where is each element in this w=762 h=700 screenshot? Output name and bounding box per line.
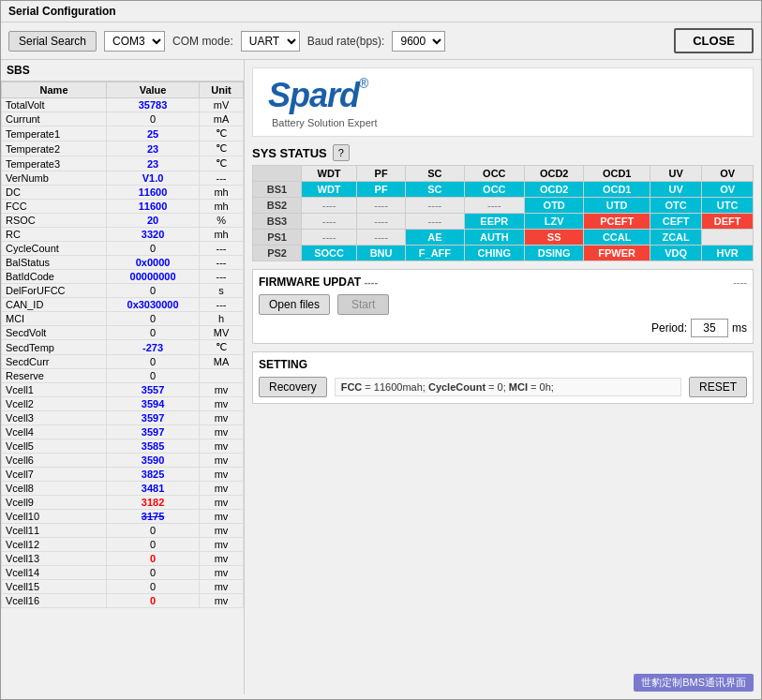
sbs-row-value: 3597 — [107, 425, 200, 439]
reset-button[interactable]: RESET — [689, 377, 747, 397]
sbs-row-name: CAN_ID — [2, 298, 107, 312]
sbs-row-unit: --- — [200, 256, 244, 270]
status-cell: AUTH — [464, 230, 524, 246]
sbs-row-name: Temperate2 — [2, 141, 107, 156]
sbs-row-unit: mv — [200, 468, 244, 482]
sbs-row-unit: ℃ — [200, 141, 244, 156]
close-button[interactable]: CLOSE — [674, 28, 754, 53]
sbs-row-value: 25 — [107, 127, 200, 141]
open-files-button[interactable]: Open files — [259, 294, 330, 315]
status-cell: ---- — [302, 214, 357, 230]
sbs-row-unit: h — [200, 312, 244, 326]
sbs-row-unit: ℃ — [200, 156, 244, 171]
status-cell: F_AFF — [406, 246, 465, 261]
sbs-row-name: DelForUFCC — [2, 284, 107, 298]
sbs-row-name: Vcell9 — [2, 496, 107, 510]
sbs-row-name: TotalVolt — [2, 98, 107, 112]
status-row-label: BS2 — [253, 198, 302, 214]
sbs-row-value: 0 — [107, 594, 200, 608]
sbs-row-value: 3557 — [107, 383, 200, 397]
status-cell: OTD — [524, 198, 583, 214]
sbs-row-value: 11600 — [107, 186, 200, 200]
sbs-table: Name Value Unit TotalVolt35783mVCurrunt0… — [1, 82, 244, 608]
status-cell: OCC — [464, 182, 524, 198]
sbs-row-unit: --- — [200, 270, 244, 284]
status-row-label: PS2 — [253, 246, 302, 261]
status-cell: ---- — [357, 198, 406, 214]
sbs-row-name: RC — [2, 228, 107, 242]
sbs-row-name: SecdTemp — [2, 340, 107, 355]
status-row-label: BS3 — [253, 214, 302, 230]
sbs-row-value: -273 — [107, 340, 200, 355]
setting-title: SETTING — [259, 358, 747, 371]
sbs-row-unit: mv — [200, 566, 244, 580]
status-cell: SS — [524, 230, 583, 246]
sbs-row-unit: mv — [200, 397, 244, 411]
status-cell: OV — [702, 182, 754, 198]
sbs-row-value: 0 — [107, 524, 200, 538]
status-cell: FPWER — [584, 246, 650, 261]
status-cell: CEFT — [650, 214, 701, 230]
status-cell: ---- — [302, 198, 357, 214]
sbs-row-unit: MA — [200, 355, 244, 369]
firmware-section: FIRMWARE UPDAT ---- ---- Open files Star… — [252, 269, 754, 344]
recovery-button[interactable]: Recovery — [259, 377, 327, 397]
status-cell: ZCAL — [650, 230, 701, 246]
sbs-row-value: 0 — [107, 369, 200, 383]
sbs-row-unit: mv — [200, 383, 244, 397]
sbs-row-name: Temperate3 — [2, 156, 107, 171]
status-cell: OTC — [650, 198, 701, 214]
sbs-row-unit: mv — [200, 524, 244, 538]
sbs-row-name: Vcell3 — [2, 411, 107, 425]
sbs-row-value: 3481 — [107, 482, 200, 496]
sbs-row-value: 3182 — [107, 496, 200, 510]
sbs-row-value: 0x3030000 — [107, 298, 200, 312]
sbs-row-value: 0 — [107, 552, 200, 566]
status-cell: ---- — [406, 214, 465, 230]
sbs-row-name: Vcell10 — [2, 510, 107, 524]
sbs-row-name: SecdCurr — [2, 355, 107, 369]
sbs-row-name: MCI — [2, 312, 107, 326]
status-cell: ---- — [406, 198, 465, 214]
com-mode-label: COM mode: — [172, 35, 233, 48]
status-cell: EEPR — [464, 214, 524, 230]
status-cell: HVR — [702, 246, 754, 261]
sbs-row-value: 3585 — [107, 439, 200, 454]
sbs-row-name: SecdVolt — [2, 326, 107, 340]
sbs-row-name: BalStatus — [2, 256, 107, 270]
status-cell: DEFT — [702, 214, 754, 230]
help-button[interactable]: ? — [333, 144, 350, 161]
sbs-row-value: 0x0000 — [107, 256, 200, 270]
sbs-row-name: Vcell16 — [2, 594, 107, 608]
status-row-label: PS1 — [253, 230, 302, 246]
status-cell: DSING — [524, 246, 583, 261]
sbs-row-value: 11600 — [107, 200, 200, 214]
period-input[interactable] — [691, 319, 728, 337]
sbs-col-unit: Unit — [200, 82, 244, 98]
main-content: SBS Name Value Unit TotalVolt35783mVCurr… — [1, 60, 761, 694]
sbs-row-unit: MV — [200, 326, 244, 340]
logo-text: Spard — [268, 76, 359, 115]
sbs-row-unit: mv — [200, 482, 244, 496]
sbs-row-value: 0 — [107, 242, 200, 256]
baud-rate-select[interactable]: 9600 — [392, 31, 445, 52]
sbs-row-value: 0 — [107, 312, 200, 326]
sbs-row-name: BatIdCode — [2, 270, 107, 284]
sbs-col-name: Name — [2, 82, 107, 98]
sbs-row-value: 0 — [107, 538, 200, 552]
status-cell: ---- — [357, 214, 406, 230]
status-cell: LZV — [524, 214, 583, 230]
sbs-row-value: 23 — [107, 156, 200, 171]
start-button[interactable]: Start — [337, 294, 389, 315]
sbs-row-unit: mh — [200, 200, 244, 214]
sbs-row-unit: mh — [200, 228, 244, 242]
sbs-row-name: Vcell14 — [2, 566, 107, 580]
sbs-row-name: Vcell8 — [2, 482, 107, 496]
sbs-panel-title: SBS — [1, 60, 244, 82]
com-mode-select[interactable]: UART — [241, 31, 300, 52]
status-cell: CHING — [464, 246, 524, 261]
period-unit: ms — [732, 321, 747, 335]
com-port-select[interactable]: COM3 — [104, 31, 165, 52]
serial-search-button[interactable]: Serial Search — [8, 31, 97, 52]
sbs-row-value: 3825 — [107, 468, 200, 482]
